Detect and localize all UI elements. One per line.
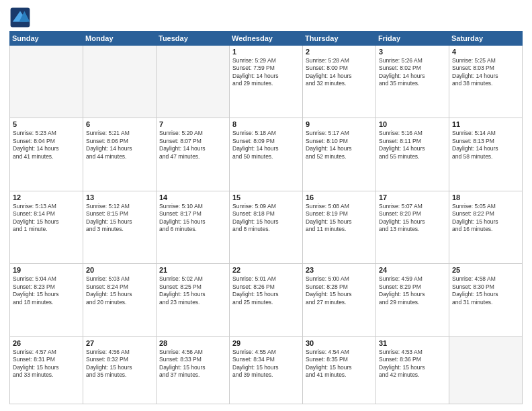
day-info: Sunrise: 5:09 AMSunset: 8:18 PMDaylight:… (232, 203, 300, 234)
logo (9, 7, 34, 28)
day-number: 11 (452, 120, 519, 128)
calendar-cell: 3Sunrise: 5:26 AMSunset: 8:02 PMDaylight… (376, 46, 449, 118)
calendar-cell: 11Sunrise: 5:14 AMSunset: 8:13 PMDayligh… (449, 118, 523, 191)
day-number: 6 (86, 120, 153, 128)
day-info: Sunrise: 5:02 AMSunset: 8:25 PMDaylight:… (159, 275, 226, 306)
day-number: 22 (232, 266, 300, 274)
day-info: Sunrise: 5:20 AMSunset: 8:07 PMDaylight:… (159, 130, 226, 161)
calendar-cell: 2Sunrise: 5:28 AMSunset: 8:00 PMDaylight… (303, 46, 376, 118)
calendar-cell: 21Sunrise: 5:02 AMSunset: 8:25 PMDayligh… (157, 264, 230, 336)
day-number: 13 (86, 193, 153, 201)
day-info: Sunrise: 5:13 AMSunset: 8:14 PMDaylight:… (13, 203, 80, 234)
calendar-cell: 7Sunrise: 5:20 AMSunset: 8:07 PMDaylight… (157, 118, 230, 191)
calendar-cell (449, 336, 523, 404)
day-number: 2 (306, 48, 373, 56)
calendar-cell: 8Sunrise: 5:18 AMSunset: 8:09 PMDaylight… (230, 118, 303, 191)
day-info: Sunrise: 4:58 AMSunset: 8:30 PMDaylight:… (452, 275, 519, 306)
day-info: Sunrise: 5:21 AMSunset: 8:06 PMDaylight:… (86, 130, 153, 161)
calendar-cell: 14Sunrise: 5:10 AMSunset: 8:17 PMDayligh… (157, 191, 230, 263)
header (9, 7, 523, 28)
day-info: Sunrise: 5:16 AMSunset: 8:11 PMDaylight:… (379, 130, 446, 161)
day-info: Sunrise: 4:59 AMSunset: 8:29 PMDaylight:… (379, 275, 446, 306)
calendar-cell: 19Sunrise: 5:04 AMSunset: 8:23 PMDayligh… (10, 264, 83, 336)
day-number: 7 (159, 120, 226, 128)
calendar-header-saturday: Saturday (449, 32, 523, 46)
day-number: 15 (232, 193, 300, 201)
day-info: Sunrise: 4:56 AMSunset: 8:32 PMDaylight:… (86, 349, 153, 379)
calendar-cell: 4Sunrise: 5:25 AMSunset: 8:03 PMDaylight… (449, 46, 523, 118)
calendar-cell: 24Sunrise: 4:59 AMSunset: 8:29 PMDayligh… (376, 264, 449, 336)
calendar-table: SundayMondayTuesdayWednesdayThursdayFrid… (9, 31, 523, 404)
calendar-week-row: 5Sunrise: 5:23 AMSunset: 8:04 PMDaylight… (10, 118, 523, 191)
calendar-cell: 17Sunrise: 5:07 AMSunset: 8:20 PMDayligh… (376, 191, 449, 263)
day-number: 3 (379, 48, 446, 56)
day-info: Sunrise: 5:26 AMSunset: 8:02 PMDaylight:… (379, 57, 446, 88)
day-number: 28 (159, 339, 226, 347)
day-number: 27 (86, 339, 153, 347)
calendar-week-row: 19Sunrise: 5:04 AMSunset: 8:23 PMDayligh… (10, 264, 523, 336)
calendar-header-tuesday: Tuesday (157, 32, 230, 46)
day-info: Sunrise: 4:57 AMSunset: 8:31 PMDaylight:… (13, 349, 80, 379)
calendar-header-wednesday: Wednesday (230, 32, 303, 46)
calendar-header-sunday: Sunday (10, 32, 83, 46)
day-number: 10 (379, 120, 446, 128)
calendar-cell: 15Sunrise: 5:09 AMSunset: 8:18 PMDayligh… (230, 191, 303, 263)
calendar-cell: 29Sunrise: 4:55 AMSunset: 8:34 PMDayligh… (230, 336, 303, 404)
calendar-cell (157, 46, 230, 118)
calendar-cell: 18Sunrise: 5:05 AMSunset: 8:22 PMDayligh… (449, 191, 523, 263)
logo-icon (9, 7, 31, 28)
calendar-cell: 30Sunrise: 4:54 AMSunset: 8:35 PMDayligh… (303, 336, 376, 404)
day-number: 20 (86, 266, 153, 274)
day-info: Sunrise: 5:00 AMSunset: 8:28 PMDaylight:… (306, 275, 373, 306)
calendar-cell: 16Sunrise: 5:08 AMSunset: 8:19 PMDayligh… (303, 191, 376, 263)
calendar-cell: 26Sunrise: 4:57 AMSunset: 8:31 PMDayligh… (10, 336, 83, 404)
day-info: Sunrise: 5:03 AMSunset: 8:24 PMDaylight:… (86, 275, 153, 306)
calendar-cell: 1Sunrise: 5:29 AMSunset: 7:59 PMDaylight… (230, 46, 303, 118)
day-info: Sunrise: 5:18 AMSunset: 8:09 PMDaylight:… (232, 130, 300, 161)
day-number: 8 (232, 120, 300, 128)
calendar-cell: 12Sunrise: 5:13 AMSunset: 8:14 PMDayligh… (10, 191, 83, 263)
calendar-cell: 20Sunrise: 5:03 AMSunset: 8:24 PMDayligh… (83, 264, 157, 336)
day-number: 31 (379, 339, 446, 347)
calendar-cell: 27Sunrise: 4:56 AMSunset: 8:32 PMDayligh… (83, 336, 157, 404)
day-number: 23 (306, 266, 373, 274)
day-number: 16 (306, 193, 373, 201)
day-info: Sunrise: 4:53 AMSunset: 8:36 PMDaylight:… (379, 349, 446, 379)
day-info: Sunrise: 5:07 AMSunset: 8:20 PMDaylight:… (379, 203, 446, 234)
day-number: 26 (13, 339, 80, 347)
day-number: 19 (13, 266, 80, 274)
day-info: Sunrise: 5:23 AMSunset: 8:04 PMDaylight:… (13, 130, 80, 161)
day-number: 14 (159, 193, 226, 201)
calendar-week-row: 12Sunrise: 5:13 AMSunset: 8:14 PMDayligh… (10, 191, 523, 263)
day-number: 21 (159, 266, 226, 274)
day-info: Sunrise: 4:54 AMSunset: 8:35 PMDaylight:… (306, 349, 373, 379)
day-info: Sunrise: 5:25 AMSunset: 8:03 PMDaylight:… (452, 57, 519, 88)
day-number: 17 (379, 193, 446, 201)
calendar-week-row: 26Sunrise: 4:57 AMSunset: 8:31 PMDayligh… (10, 336, 523, 404)
calendar-cell: 28Sunrise: 4:56 AMSunset: 8:33 PMDayligh… (157, 336, 230, 404)
calendar-cell (10, 46, 83, 118)
day-number: 9 (306, 120, 373, 128)
calendar-cell: 6Sunrise: 5:21 AMSunset: 8:06 PMDaylight… (83, 118, 157, 191)
day-info: Sunrise: 5:01 AMSunset: 8:26 PMDaylight:… (232, 275, 300, 306)
day-number: 1 (232, 48, 300, 56)
calendar-header-thursday: Thursday (303, 32, 376, 46)
calendar-cell (83, 46, 157, 118)
day-number: 5 (13, 120, 80, 128)
day-number: 12 (13, 193, 80, 201)
day-number: 4 (452, 48, 519, 56)
calendar-cell: 5Sunrise: 5:23 AMSunset: 8:04 PMDaylight… (10, 118, 83, 191)
day-info: Sunrise: 5:29 AMSunset: 7:59 PMDaylight:… (232, 57, 300, 88)
calendar-week-row: 1Sunrise: 5:29 AMSunset: 7:59 PMDaylight… (10, 46, 523, 118)
day-number: 30 (306, 339, 373, 347)
calendar-cell: 31Sunrise: 4:53 AMSunset: 8:36 PMDayligh… (376, 336, 449, 404)
day-info: Sunrise: 5:04 AMSunset: 8:23 PMDaylight:… (13, 275, 80, 306)
calendar-header-row: SundayMondayTuesdayWednesdayThursdayFrid… (10, 32, 523, 46)
calendar-header-friday: Friday (376, 32, 449, 46)
calendar-header-monday: Monday (83, 32, 157, 46)
day-info: Sunrise: 4:56 AMSunset: 8:33 PMDaylight:… (159, 349, 226, 379)
day-number: 24 (379, 266, 446, 274)
calendar-cell: 10Sunrise: 5:16 AMSunset: 8:11 PMDayligh… (376, 118, 449, 191)
day-number: 18 (452, 193, 519, 201)
day-info: Sunrise: 5:28 AMSunset: 8:00 PMDaylight:… (306, 57, 373, 88)
